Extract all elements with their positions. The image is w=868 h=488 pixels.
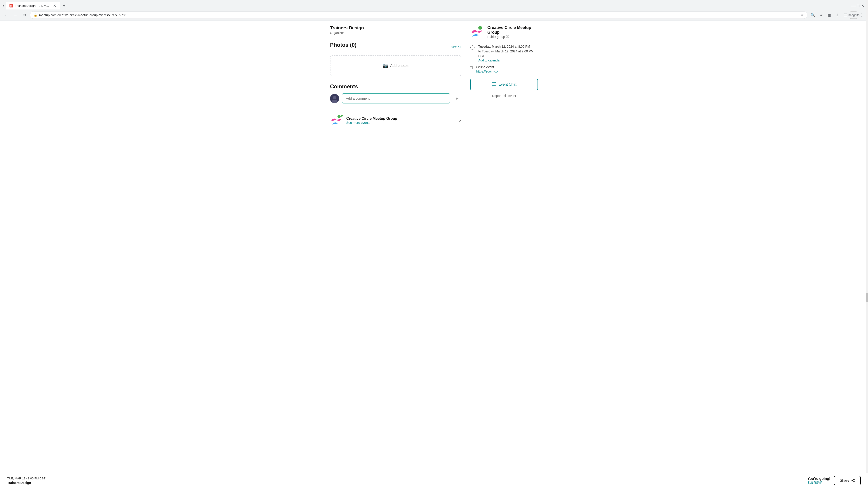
bookmark-btn[interactable]: ☆ [800, 13, 804, 17]
nav-icons: 🔍 ★ ▦ ⇓ ☰ Incognito ⋮ [809, 11, 865, 19]
comment-input-row: ► [330, 93, 461, 103]
address-input[interactable] [39, 13, 799, 17]
incognito-label: Incognito [850, 11, 857, 19]
online-event-detail: Online event https://zoom.com [476, 65, 500, 73]
back-btn[interactable]: ← [3, 11, 10, 19]
event-details: ◯ Tuesday, March 12, 2024 at 8:00 PM to … [470, 44, 538, 73]
group-logo [330, 114, 343, 127]
tab-title: Trainers Design, Tue, Mar 12, 2... [15, 4, 51, 7]
see-more-events-link[interactable]: See more events [346, 121, 370, 125]
organizer-name: Trainers Design [330, 25, 461, 31]
event-type-label: Online event [476, 65, 500, 70]
browser-nav: ← → ↻ 🔒 ☆ 🔍 ★ ▦ ⇓ ☰ Incognito ⋮ [0, 9, 868, 21]
sidebar-group-info: Creative Circle Meetup Group Public grou… [487, 25, 538, 39]
group-name[interactable]: Creative Circle Meetup Group [346, 117, 397, 121]
download-icon[interactable]: ⇓ [834, 11, 841, 19]
svg-point-1 [333, 96, 336, 99]
event-online-link[interactable]: https://zoom.com [476, 70, 500, 73]
date-time-row: ◯ Tuesday, March 12, 2024 at 8:00 PM to … [470, 44, 538, 62]
photos-title: Photos (0) [330, 42, 356, 48]
minimize-btn[interactable]: — [852, 4, 855, 7]
maximize-btn[interactable]: ◻ [856, 4, 860, 7]
bookmark-star-icon[interactable]: ★ [817, 11, 825, 19]
extensions-icon[interactable]: ▦ [826, 11, 833, 19]
online-indicator [340, 114, 343, 117]
photos-see-all-link[interactable]: See all [451, 45, 461, 49]
group-info: Creative Circle Meetup Group See more ev… [330, 114, 397, 127]
info-icon[interactable]: ⓘ [506, 35, 509, 39]
online-event-row: □ Online event https://zoom.com [470, 65, 538, 73]
svg-rect-5 [492, 83, 496, 86]
sidebar-group-type: Public group ⓘ [487, 35, 538, 39]
event-chat-btn[interactable]: Event Chat [470, 78, 538, 90]
svg-point-4 [478, 26, 482, 30]
comments-section: Comments ► [330, 84, 461, 103]
tab-close-btn[interactable]: ✕ [53, 4, 57, 8]
group-link-section: Creative Circle Meetup Group See more ev… [330, 111, 461, 131]
add-photos-icon: 📷 [383, 63, 388, 68]
monitor-icon: □ [470, 65, 473, 70]
window-controls: — ◻ ✕ [852, 4, 866, 7]
scrollbar[interactable] [866, 0, 868, 153]
new-tab-btn[interactable]: + [61, 2, 67, 9]
user-avatar [330, 94, 339, 103]
photos-section: Photos (0) See all 📷 Add photos [330, 42, 461, 76]
event-date-start: Tuesday, March 12, 2024 at 8:00 PM [478, 44, 538, 49]
svg-point-3 [338, 115, 341, 118]
sidebar-group-name: Creative Circle Meetup Group [487, 25, 538, 35]
tab-bar: ▼ m Trainers Design, Tue, Mar 12, 2... ✕… [0, 0, 868, 9]
photos-header: Photos (0) See all [330, 42, 461, 52]
comment-input[interactable] [342, 93, 450, 103]
add-to-calendar-link[interactable]: Add to calendar [478, 59, 538, 62]
organizer-section: Trainers Design Organizer [330, 25, 461, 35]
event-chat-label: Event Chat [498, 83, 516, 87]
tab-favicon: m [9, 4, 13, 7]
browser-tab-active[interactable]: m Trainers Design, Tue, Mar 12, 2... ✕ [6, 2, 60, 9]
address-bar[interactable]: 🔒 ☆ [30, 11, 807, 19]
clock-icon: ◯ [470, 45, 475, 50]
sidebar-logo-svg [470, 25, 484, 39]
menu-btn[interactable]: ⋮ [858, 11, 865, 19]
group-chevron-icon[interactable]: > [458, 118, 461, 123]
lock-icon: 🔒 [34, 13, 37, 17]
sidebar-group-section: Creative Circle Meetup Group Public grou… [470, 25, 538, 39]
report-event-link[interactable]: Report this event [470, 94, 538, 98]
left-column: Trainers Design Organizer Photos (0) See… [330, 25, 461, 131]
avatar-svg [330, 94, 339, 103]
comments-title: Comments [330, 84, 461, 90]
main-layout: Trainers Design Organizer Photos (0) See… [330, 21, 538, 135]
chat-icon [492, 82, 496, 87]
organizer-label: Organizer [330, 31, 461, 35]
add-photos-box[interactable]: 📷 Add photos [330, 55, 461, 76]
sidebar-group-logo [470, 25, 484, 39]
browser-chrome: ▼ m Trainers Design, Tue, Mar 12, 2... ✕… [0, 0, 868, 21]
send-comment-btn[interactable]: ► [453, 94, 461, 103]
tab-dropdown-btn[interactable]: ▼ [2, 4, 5, 7]
right-column: Creative Circle Meetup Group Public grou… [470, 25, 538, 131]
add-photos-label: Add photos [390, 64, 408, 68]
event-date-end: to Tuesday, March 12, 2024 at 9:00 PM CS… [478, 49, 538, 59]
date-time-detail: Tuesday, March 12, 2024 at 8:00 PM to Tu… [478, 44, 538, 62]
close-window-btn[interactable]: ✕ [861, 4, 864, 7]
page-content: Trainers Design Organizer Photos (0) See… [326, 21, 542, 135]
group-name-info: Creative Circle Meetup Group See more ev… [346, 117, 397, 125]
reload-btn[interactable]: ↻ [21, 11, 28, 19]
search-icon[interactable]: 🔍 [809, 11, 816, 19]
forward-btn[interactable]: → [12, 11, 19, 19]
